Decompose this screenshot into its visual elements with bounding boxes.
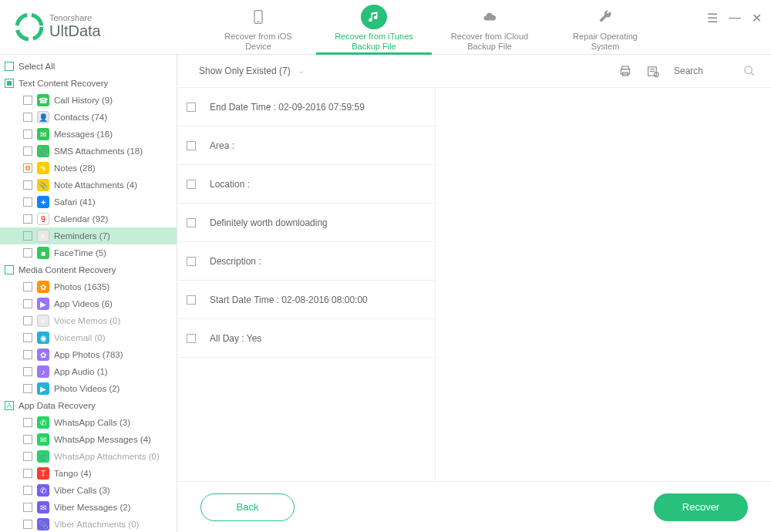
- sidebar-item[interactable]: ▶Photo Videos (2): [0, 380, 177, 397]
- sidebar-item[interactable]: 👤Contacts (74): [0, 109, 177, 126]
- tab-music[interactable]: Recover from iTunes Backup File: [316, 0, 432, 55]
- checkbox[interactable]: [23, 163, 32, 173]
- sidebar-item[interactable]: ♪App Audio (1): [0, 363, 177, 380]
- filter-dropdown[interactable]: Show Only Existed (7) ⌄: [199, 66, 305, 76]
- checkbox[interactable]: [23, 503, 32, 512]
- row-text: Start Date Time : 02-08-2016 08:00:00: [210, 295, 368, 305]
- checkbox[interactable]: [23, 316, 32, 325]
- checkbox[interactable]: [5, 265, 14, 274]
- settings-list-icon[interactable]: [646, 65, 660, 78]
- sidebar-item[interactable]: ✎Notes (28): [0, 160, 177, 177]
- checkbox[interactable]: [187, 141, 196, 150]
- sidebar-item[interactable]: 📎Viber Attachments (0): [0, 516, 177, 532]
- search-input[interactable]: [674, 66, 712, 76]
- item-list[interactable]: End Date Time : 02-09-2016 07:59:59Area …: [177, 88, 436, 481]
- tab-cloud[interactable]: Recover from iCloud Backup File: [432, 0, 547, 55]
- minimize-icon[interactable]: —: [729, 11, 741, 25]
- back-button[interactable]: Back: [200, 493, 295, 521]
- checkbox[interactable]: [187, 257, 196, 266]
- search-box[interactable]: [674, 65, 756, 77]
- print-icon[interactable]: [618, 65, 632, 78]
- close-icon[interactable]: ✕: [752, 11, 762, 25]
- sidebar-item[interactable]: ▶App Videos (6): [0, 295, 177, 312]
- sidebar-item[interactable]: ≡Voice Memos (0): [0, 312, 177, 329]
- app-icon: ✉: [37, 501, 49, 513]
- checkbox[interactable]: [23, 113, 32, 122]
- checkbox[interactable]: [23, 469, 32, 478]
- sidebar-item[interactable]: ✉Viber Messages (2): [0, 499, 177, 516]
- checkbox[interactable]: [23, 333, 32, 342]
- sidebar-item[interactable]: ✉WhatsApp Messages (4): [0, 431, 177, 448]
- list-item[interactable]: Area :: [177, 126, 435, 165]
- app-icon: ≡: [37, 315, 49, 327]
- list-item[interactable]: Start Date Time : 02-08-2016 08:00:00: [177, 281, 435, 319]
- checkbox[interactable]: [23, 435, 32, 444]
- brand: Tenorshare UltData: [0, 13, 200, 41]
- checkbox[interactable]: [187, 218, 196, 227]
- sidebar-item[interactable]: ☎Call History (9): [0, 92, 177, 109]
- search-icon[interactable]: [743, 65, 756, 77]
- list-item[interactable]: End Date Time : 02-09-2016 07:59:59: [177, 88, 435, 126]
- recover-button[interactable]: Recover: [654, 493, 748, 521]
- checkbox[interactable]: [23, 231, 32, 241]
- menu-icon[interactable]: ☰: [707, 11, 718, 25]
- sidebar-group[interactable]: Text Content Recovery: [0, 75, 177, 92]
- svg-point-0: [17, 15, 42, 39]
- app-icon: ■: [37, 247, 49, 259]
- select-all[interactable]: Select All: [0, 58, 177, 75]
- sidebar-item[interactable]: ✿App Photos (783): [0, 346, 177, 363]
- sidebar[interactable]: Select AllText Content Recovery☎Call His…: [0, 55, 177, 532]
- tab-phone[interactable]: Recover from iOS Device: [200, 0, 316, 55]
- checkbox[interactable]: [23, 282, 32, 291]
- sidebar-item[interactable]: ✆WhatsApp Calls (3): [0, 414, 177, 431]
- checkbox[interactable]: [23, 130, 32, 139]
- checkbox[interactable]: [23, 367, 32, 376]
- sidebar-item[interactable]: TTango (4): [0, 465, 177, 482]
- checkbox[interactable]: [5, 79, 14, 88]
- checkbox[interactable]: [23, 350, 32, 359]
- list-item[interactable]: Description :: [177, 242, 435, 281]
- checkbox[interactable]: [23, 486, 32, 495]
- checkbox[interactable]: [23, 146, 32, 156]
- sidebar-item[interactable]: 9Calendar (92): [0, 210, 177, 227]
- list-item[interactable]: All Day : Yes: [177, 319, 435, 358]
- sidebar-item[interactable]: ✉Messages (16): [0, 126, 177, 143]
- sidebar-item[interactable]: ■FaceTime (5): [0, 244, 177, 261]
- tab-wrench[interactable]: Repair Operating System: [547, 0, 663, 55]
- sidebar-item[interactable]: ✿Photos (1635): [0, 278, 177, 295]
- main-panel: Show Only Existed (7) ⌄ End Date Time : …: [177, 55, 771, 532]
- sidebar-item[interactable]: ◉Voicemail (0): [0, 329, 177, 346]
- sidebar-item[interactable]: 📎Note Attachments (4): [0, 177, 177, 194]
- checkbox[interactable]: [23, 520, 32, 529]
- checkbox[interactable]: [187, 103, 196, 112]
- sidebar-group[interactable]: Media Content Recovery: [0, 261, 177, 278]
- app-icon: 📎: [37, 450, 49, 463]
- chevron-down-icon: ⌄: [298, 67, 305, 75]
- checkbox[interactable]: [23, 96, 32, 105]
- sidebar-item[interactable]: ✆Viber Calls (3): [0, 482, 177, 499]
- checkbox[interactable]: [187, 180, 196, 189]
- sidebar-group[interactable]: AApp Data Recovery: [0, 397, 177, 414]
- sidebar-item[interactable]: ✦Safari (41): [0, 194, 177, 210]
- sidebar-item[interactable]: 📎SMS Attachments (18): [0, 143, 177, 160]
- tab-label: Repair Operating System: [573, 32, 638, 52]
- checkbox[interactable]: [23, 452, 32, 461]
- checkbox[interactable]: [23, 299, 32, 308]
- checkbox[interactable]: [23, 214, 32, 224]
- svg-line-11: [751, 72, 754, 76]
- app-icon: ✎: [37, 162, 49, 174]
- app-icon: 📎: [37, 145, 49, 157]
- checkbox[interactable]: [23, 384, 32, 393]
- checkbox[interactable]: [23, 180, 32, 190]
- sidebar-item[interactable]: ≡Reminders (7): [0, 227, 177, 244]
- list-item[interactable]: Location :: [177, 165, 435, 204]
- checkbox[interactable]: [23, 418, 32, 427]
- checkbox[interactable]: [23, 197, 32, 207]
- checkbox[interactable]: [187, 334, 196, 343]
- checkbox[interactable]: [187, 295, 196, 305]
- list-item[interactable]: Definitely worth downloading: [177, 204, 435, 242]
- checkbox[interactable]: [5, 62, 14, 71]
- checkbox[interactable]: [23, 248, 32, 258]
- sidebar-item[interactable]: 📎WhatsApp Attachments (0): [0, 448, 177, 465]
- toolbar: Show Only Existed (7) ⌄: [177, 55, 771, 87]
